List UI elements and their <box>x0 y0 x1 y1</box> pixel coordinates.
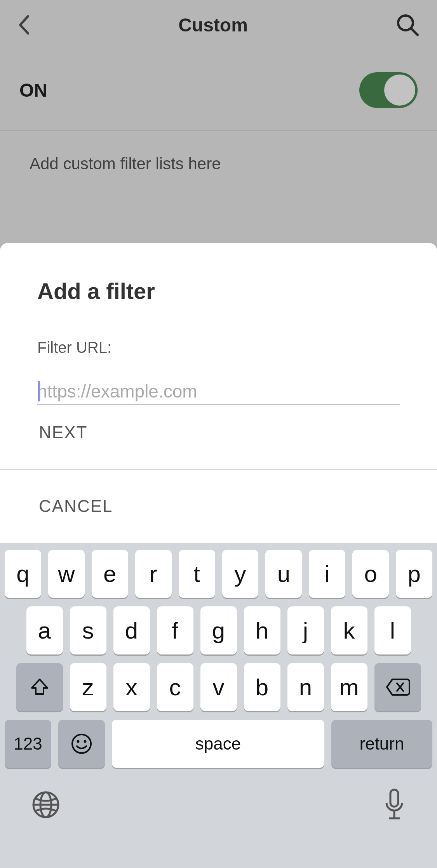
keyboard-row-3: zxcvbnm <box>0 663 437 711</box>
back-button[interactable] <box>18 15 30 35</box>
key-w[interactable]: w <box>48 550 85 598</box>
globe-icon <box>31 790 61 819</box>
key-x[interactable]: x <box>113 663 150 711</box>
return-key-label: return <box>360 734 404 753</box>
enable-toggle-row: ON <box>0 50 437 131</box>
globe-key[interactable] <box>31 790 61 819</box>
svg-point-4 <box>84 740 87 743</box>
chevron-left-icon <box>18 15 30 35</box>
keyboard-row-2: asdfghjkl <box>0 606 437 654</box>
key-d[interactable]: d <box>113 606 150 654</box>
key-u[interactable]: u <box>265 550 302 598</box>
svg-point-3 <box>77 740 80 743</box>
dialog-actions: NEXT CANCEL <box>0 395 437 543</box>
keyboard-bottom-row <box>0 776 437 822</box>
key-s[interactable]: s <box>70 606 106 654</box>
key-a[interactable]: a <box>26 606 63 654</box>
key-y[interactable]: y <box>222 550 259 598</box>
key-t[interactable]: t <box>179 550 215 598</box>
key-h[interactable]: h <box>244 606 280 654</box>
toggle-label: ON <box>19 80 47 101</box>
key-b[interactable]: b <box>244 663 280 711</box>
svg-line-1 <box>411 29 418 35</box>
backspace-icon <box>385 678 410 696</box>
backspace-key[interactable] <box>374 663 421 711</box>
next-button[interactable]: NEXT <box>0 395 437 469</box>
return-key[interactable]: return <box>331 720 432 768</box>
search-button[interactable] <box>396 13 419 36</box>
svg-point-2 <box>72 734 91 753</box>
keyboard-row-4: 123 space return <box>0 720 437 768</box>
page-title: Custom <box>178 14 248 36</box>
key-l[interactable]: l <box>374 606 411 654</box>
switch-knob <box>384 75 415 106</box>
space-key[interactable]: space <box>112 720 324 768</box>
search-icon <box>396 13 419 36</box>
dictation-key[interactable] <box>383 787 406 822</box>
numbers-key[interactable]: 123 <box>5 720 51 768</box>
next-button-label: NEXT <box>39 423 87 442</box>
filter-url-label: Filter URL: <box>37 339 400 356</box>
dialog-title: Add a filter <box>37 278 400 304</box>
svg-rect-8 <box>390 790 398 807</box>
emoji-key[interactable] <box>58 720 105 768</box>
key-g[interactable]: g <box>200 606 237 654</box>
key-p[interactable]: p <box>396 550 432 598</box>
keyboard-row-1: qwertyuiop <box>0 550 437 598</box>
key-k[interactable]: k <box>331 606 367 654</box>
shift-icon <box>30 677 50 697</box>
emoji-icon <box>71 733 92 755</box>
hint-text: Add custom filter lists here <box>0 131 437 196</box>
key-r[interactable]: r <box>135 550 172 598</box>
key-m[interactable]: m <box>331 663 367 711</box>
space-key-label: space <box>195 734 241 753</box>
add-filter-dialog: Add a filter Filter URL: NEXT CANCEL <box>0 243 437 543</box>
numbers-key-label: 123 <box>14 734 42 753</box>
enable-switch[interactable] <box>359 72 418 108</box>
mic-icon <box>383 787 406 822</box>
key-n[interactable]: n <box>287 663 324 711</box>
key-f[interactable]: f <box>157 606 193 654</box>
cancel-button-label: CANCEL <box>39 496 113 516</box>
cancel-button[interactable]: CANCEL <box>0 469 437 543</box>
key-j[interactable]: j <box>287 606 324 654</box>
key-i[interactable]: i <box>309 550 345 598</box>
key-c[interactable]: c <box>157 663 193 711</box>
key-v[interactable]: v <box>200 663 237 711</box>
top-bar: Custom <box>0 0 437 50</box>
key-o[interactable]: o <box>352 550 389 598</box>
onscreen-keyboard: qwertyuiop asdfghjkl zxcvbnm 123 <box>0 543 437 868</box>
key-z[interactable]: z <box>70 663 106 711</box>
key-e[interactable]: e <box>92 550 128 598</box>
shift-key[interactable] <box>16 663 63 711</box>
key-q[interactable]: q <box>5 550 41 598</box>
